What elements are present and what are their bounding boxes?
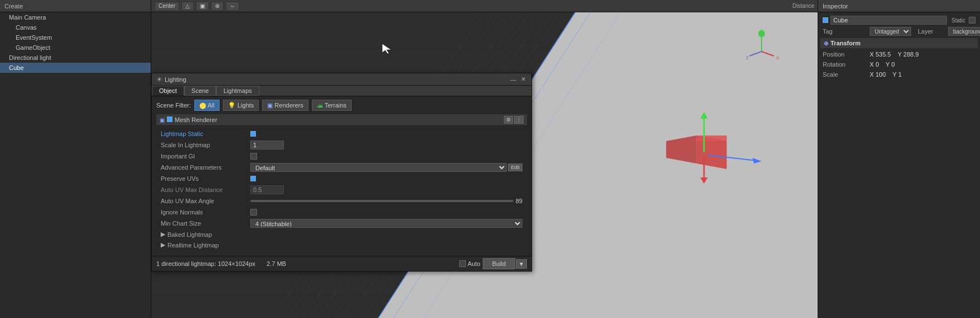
lighting-tabs: Object Scene Lightmaps: [152, 86, 531, 96]
hierarchy-item-directional-light[interactable]: Directional light: [0, 53, 151, 63]
min-chart-size-label: Min Chart Size: [161, 220, 250, 227]
inspector-title: Inspector: [823, 3, 848, 10]
mesh-renderer-header: ▣ Mesh Renderer ⚙ ⋮: [156, 114, 527, 126]
baked-lightmap-header[interactable]: ▶ Baked Lightmap: [161, 229, 522, 240]
tab-lightmaps[interactable]: Lightmaps: [216, 86, 259, 96]
auto-uv-max-angle-row: Auto UV Max Angle 89: [161, 195, 522, 207]
advanced-params-label: Advanced Parameters: [161, 164, 250, 171]
viewport-btn-gizmo2[interactable]: ▣: [196, 2, 209, 11]
mesh-renderer-checkbox[interactable]: [167, 116, 172, 123]
hierarchy-panel: Create Main Camera Canvas EventSystem Ga…: [0, 0, 151, 318]
auto-uv-max-angle-label: Auto UV Max Angle: [161, 198, 250, 204]
hierarchy-header: Create: [0, 0, 151, 12]
position-row: Position X 535.5 Y 288.9: [820, 49, 978, 59]
viewport-btn-gizmo4[interactable]: ↔: [226, 2, 239, 11]
mesh-renderer-body: Lightmap Static Scale In Lightmap Import…: [156, 126, 527, 252]
mesh-renderer-label: Mesh Renderer: [175, 116, 217, 123]
build-dropdown-btn[interactable]: ▼: [516, 259, 527, 269]
tab-scene[interactable]: Scene: [184, 86, 216, 96]
min-chart-size-dropdown[interactable]: 4 (Stitchable): [250, 219, 522, 228]
ignore-normals-row: Ignore Normals: [161, 207, 522, 218]
ignore-normals-label: Ignore Normals: [161, 209, 250, 216]
object-name-input[interactable]: [830, 16, 947, 25]
hierarchy-item-canvas[interactable]: Canvas: [0, 22, 151, 32]
auto-label: Auto: [468, 260, 480, 267]
scale-y: Y 1: [893, 71, 902, 78]
scale-x: X 100: [870, 71, 886, 78]
svg-marker-39: [697, 135, 727, 141]
tab-object[interactable]: Object: [152, 86, 184, 96]
viewport-toolbar: Center △ ▣ ⊕ ↔ Distance: [151, 0, 818, 12]
position-label: Position: [823, 51, 867, 58]
lighting-status-bar: 1 directional lightmap: 1024×1024px 2.7 …: [152, 256, 531, 271]
position-x: X 535.5: [870, 51, 891, 58]
svg-text:X: X: [776, 55, 780, 60]
realtime-lightmap-label: Realtime Lightmap: [167, 242, 219, 249]
filter-renderers-btn[interactable]: ▣ Renderers: [262, 100, 308, 111]
rotation-label: Rotation: [823, 61, 867, 68]
static-label: Static: [951, 17, 965, 24]
viewport-canvas[interactable]: Y X Z ☀ Lighting — ✕: [151, 12, 818, 318]
advanced-params-row: Advanced Parameters Default Edit: [161, 162, 522, 173]
scale-in-lightmap-input[interactable]: [250, 141, 284, 149]
important-gi-row: Important GI: [161, 151, 522, 162]
realtime-lightmap-header[interactable]: ▶ Realtime Lightmap: [161, 240, 522, 250]
static-checkbox[interactable]: [969, 17, 976, 24]
lighting-status-text: 1 directional lightmap: 1024×1024px: [156, 260, 255, 267]
tag-dropdown[interactable]: Untagged: [870, 27, 911, 36]
mesh-renderer-more-btn[interactable]: ⋮: [514, 116, 524, 124]
lighting-content: Scene Filter: ⬤ All 💡 Lights ▣ Renderers: [152, 96, 531, 256]
filter-all-btn[interactable]: ⬤ All: [194, 100, 220, 111]
viewport-btn-gizmo1[interactable]: △: [181, 2, 194, 11]
lighting-panel-header: ☀ Lighting — ✕: [152, 73, 531, 86]
filter-terrains-btn[interactable]: ⛰ Terrains: [312, 100, 352, 111]
mesh-renderer-enabled-checkbox[interactable]: [167, 116, 172, 122]
hierarchy-item-main-camera[interactable]: Main Camera: [0, 12, 151, 22]
inspector-panel: Inspector Static Tag Untagged Layer back…: [818, 0, 980, 318]
auto-uv-max-dist-label: Auto UV Max Distance: [161, 186, 250, 193]
auto-checkbox[interactable]: [459, 260, 466, 267]
rotation-row: Rotation X 0 Y 0: [820, 59, 978, 69]
lightmap-static-checkbox[interactable]: [250, 131, 256, 137]
object-active-checkbox[interactable]: [823, 17, 828, 23]
transform-label: Transform: [830, 40, 861, 46]
viewport-gizmo: Y X Z: [739, 29, 784, 74]
viewport-btn-center[interactable]: Center: [155, 2, 179, 11]
transform-section: ⊕ Transform: [820, 38, 978, 48]
tag-label: Tag: [823, 28, 867, 35]
lighting-close-btn[interactable]: ✕: [520, 76, 527, 83]
viewport-mode-label: Distance: [792, 3, 814, 9]
layer-dropdown[interactable]: background: [948, 27, 980, 36]
mesh-renderer-settings-btn[interactable]: ⚙: [504, 116, 513, 124]
lightmap-static-row: Lightmap Static: [161, 128, 522, 139]
hierarchy-item-gameobject[interactable]: GameObject: [0, 43, 151, 53]
lighting-icon: ☀: [156, 76, 162, 83]
lighting-minimize-btn[interactable]: —: [509, 76, 517, 83]
slider-track[interactable]: [250, 200, 514, 202]
scale-row: Scale X 100 Y 1: [820, 69, 978, 80]
ignore-normals-checkbox[interactable]: [250, 209, 257, 216]
lighting-size-text: 2.7 MB: [267, 260, 286, 267]
svg-line-60: [762, 52, 774, 56]
important-gi-checkbox[interactable]: [250, 153, 257, 160]
advanced-params-dropdown[interactable]: Default: [250, 163, 507, 172]
build-button[interactable]: Build: [483, 258, 515, 269]
advanced-params-edit-btn[interactable]: Edit: [508, 163, 522, 171]
auto-uv-max-dist-input[interactable]: [250, 185, 284, 194]
baked-lightmap-arrow: ▶: [161, 231, 165, 238]
viewport-btn-gizmo3[interactable]: ⊕: [211, 2, 223, 11]
filter-lights-btn[interactable]: 💡 Lights: [223, 100, 259, 111]
rotation-x: X 0: [870, 61, 879, 68]
mesh-renderer-section: ▣ Mesh Renderer ⚙ ⋮ Lightmap Static: [156, 114, 527, 252]
svg-line-61: [749, 52, 762, 56]
inspector-header: Inspector: [818, 0, 980, 12]
preserve-uvs-checkbox[interactable]: [250, 176, 256, 181]
auto-uv-max-angle-value: 89: [516, 198, 522, 204]
svg-text:Z: Z: [746, 55, 749, 60]
scene-filter-label: Scene Filter:: [156, 102, 191, 109]
hierarchy-title: Create: [4, 3, 23, 10]
preserve-uvs-row: Preserve UVs: [161, 173, 522, 184]
scale-in-lightmap-label: Scale In Lightmap: [161, 142, 250, 148]
hierarchy-item-cube[interactable]: Cube: [0, 63, 151, 73]
hierarchy-item-eventsystem[interactable]: EventSystem: [0, 32, 151, 43]
